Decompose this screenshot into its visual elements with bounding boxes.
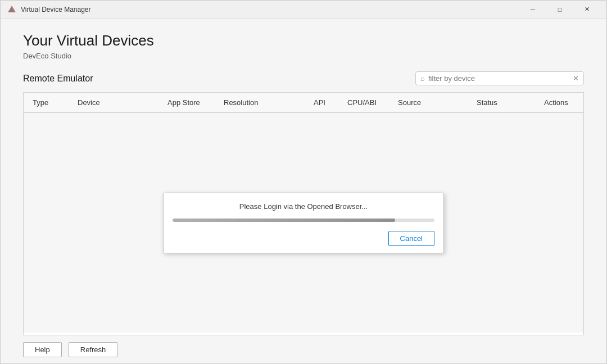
table-header: Type Device App Store Resolution API CPU… (24, 93, 583, 113)
modal-body: Please Login via the Opened Browser... (164, 193, 443, 231)
login-modal: Please Login via the Opened Browser... C… (163, 193, 444, 253)
section-header: Remote Emulator ⌕ ✕ (23, 71, 584, 85)
search-icon: ⌕ (420, 74, 425, 83)
table-body: Please Login via the Opened Browser... C… (24, 113, 583, 333)
title-bar: Virtual Device Manager ─ □ ✕ (1, 1, 606, 19)
window-title: Virtual Device Manager (21, 6, 520, 13)
col-actions: Actions (540, 93, 584, 112)
footer: Help Refresh (1, 335, 606, 363)
content-area: Your Virtual Devices DevEco Studio Remot… (1, 19, 606, 335)
close-button[interactable]: ✕ (574, 1, 600, 19)
col-status: Status (472, 93, 540, 112)
col-type: Type (28, 93, 73, 112)
main-window: Virtual Device Manager ─ □ ✕ Your Virtua… (0, 0, 607, 364)
search-input[interactable] (428, 74, 573, 83)
page-subtitle: DevEco Studio (23, 52, 584, 60)
help-button[interactable]: Help (23, 342, 62, 357)
minimize-button[interactable]: ─ (520, 1, 546, 19)
maximize-button[interactable]: □ (547, 1, 573, 19)
window-controls: ─ □ ✕ (520, 1, 600, 19)
col-appstore: App Store (163, 93, 219, 112)
cancel-button[interactable]: Cancel (388, 231, 434, 246)
col-api: API (309, 93, 343, 112)
deveco-icon (7, 5, 16, 14)
progress-bar-fill (173, 219, 395, 222)
modal-overlay: Please Login via the Opened Browser... C… (24, 113, 583, 333)
modal-message: Please Login via the Opened Browser... (173, 202, 434, 211)
col-device: Device (73, 93, 163, 112)
modal-actions: Cancel (164, 231, 443, 253)
page-title: Your Virtual Devices (23, 32, 584, 49)
col-cpuabi: CPU/ABI (343, 93, 393, 112)
search-box[interactable]: ⌕ ✕ (415, 71, 584, 85)
search-clear-icon[interactable]: ✕ (573, 74, 579, 83)
col-source: Source (393, 93, 472, 112)
device-table: Type Device App Store Resolution API CPU… (23, 92, 584, 335)
progress-bar (173, 219, 434, 222)
refresh-button[interactable]: Refresh (69, 342, 118, 357)
col-resolution: Resolution (219, 93, 309, 112)
section-title: Remote Emulator (23, 74, 93, 84)
